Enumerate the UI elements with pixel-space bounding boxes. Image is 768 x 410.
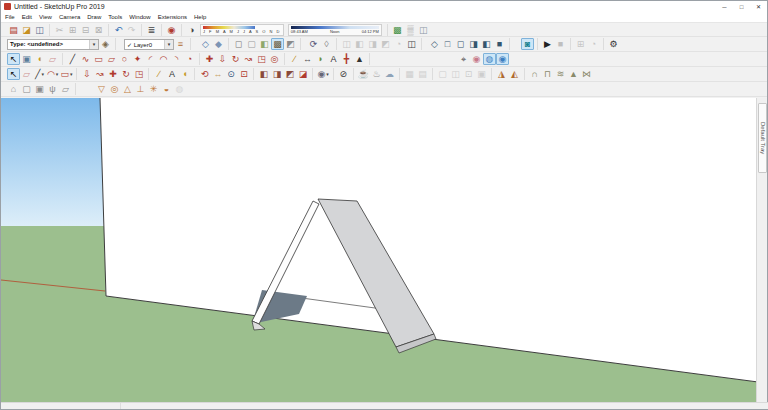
right-view-icon[interactable]: ◨ (467, 38, 480, 50)
add-location-icon[interactable]: ▩ (391, 24, 404, 36)
create-style-icon[interactable]: ◊ (320, 38, 333, 50)
dome-shape-icon[interactable]: ◒ (160, 83, 173, 95)
cone-shape-icon[interactable]: △ (121, 83, 134, 95)
circle-tool-icon[interactable]: ○ (118, 53, 131, 65)
publish-model-icon[interactable]: ◨ (270, 68, 283, 80)
extension-warehouse-icon[interactable]: ◪ (296, 68, 309, 80)
share-model-teapot-icon[interactable]: ♨ (370, 68, 383, 80)
shadow-date-slider[interactable]: J F M A M J J A S O N D (200, 24, 284, 36)
menu-item-help[interactable]: Help (194, 14, 206, 20)
back-edges-style-icon[interactable]: ◆ (212, 38, 225, 50)
burst-shape-icon[interactable]: ✳ (147, 83, 160, 95)
print-icon[interactable]: ≣ (145, 24, 158, 36)
minimize-button[interactable]: ─ (716, 1, 733, 12)
front-view-icon[interactable]: ◻ (454, 38, 467, 50)
menu-item-window[interactable]: Window (129, 14, 150, 20)
menu-item-draw[interactable]: Draw (87, 14, 101, 20)
tree-shape-icon[interactable]: ⊥ (134, 83, 147, 95)
cloud-icon[interactable]: ☁ (383, 68, 396, 80)
update-style-icon[interactable]: ⟳ (307, 38, 320, 50)
open-icon[interactable]: ◪ (20, 24, 33, 36)
close-button[interactable]: ✕ (750, 1, 767, 12)
drawing-canvas[interactable] (1, 98, 758, 404)
sandbox-from-contours-icon[interactable]: ◮ (495, 68, 508, 80)
menu-item-extensions[interactable]: Extensions (158, 14, 187, 20)
sandbox-from-scratch-icon[interactable]: ◭ (508, 68, 521, 80)
classifier-tag-icon[interactable]: ◈ (99, 38, 112, 50)
model-info-icon[interactable]: ◉ (165, 24, 178, 36)
menu-item-camera[interactable]: Camera (59, 14, 80, 20)
publish-component-icon[interactable]: ◩ (283, 68, 296, 80)
menu-item-view[interactable]: View (39, 14, 52, 20)
arc-tool-icon[interactable]: ◜ (144, 53, 157, 65)
line-tool-icon[interactable]: ╱ (66, 53, 79, 65)
torus-shape-icon[interactable]: ◎ (108, 83, 121, 95)
layer-dropdown-arrow-icon[interactable]: ▾ (164, 40, 173, 49)
move-icon-2[interactable]: ✚ (106, 68, 119, 80)
layer-dropdown[interactable]: ✓ Layer0▾ (124, 39, 174, 50)
get-models-icon[interactable]: ◧ (257, 68, 270, 80)
awning-icon[interactable]: ⌂ (7, 83, 20, 95)
back-view-icon[interactable]: ■ (493, 38, 506, 50)
lamp-shape-icon[interactable]: ▽ (95, 83, 108, 95)
text-tool-icon[interactable]: A (327, 53, 340, 65)
text-tool-icon-2[interactable]: A (165, 68, 178, 80)
layer-manager-icon[interactable]: ≡ (174, 38, 187, 50)
new-document-icon[interactable]: ▤ (7, 24, 20, 36)
iso-view-icon[interactable]: ◇ (428, 38, 441, 50)
protractor-tool-icon[interactable]: ◗ (314, 53, 327, 65)
maximize-button[interactable]: □ (733, 1, 750, 12)
crate-icon[interactable]: ▢ (20, 83, 33, 95)
shape-tools-dropdown-icon[interactable]: ▭▾ (59, 68, 73, 80)
save-icon[interactable]: ◫ (33, 24, 46, 36)
machine-box-icon[interactable]: ▣ (33, 83, 46, 95)
polygon-tool-icon[interactable]: ✦ (131, 53, 144, 65)
dimensions-tool-icon[interactable]: ↔ (301, 53, 314, 65)
drape-icon[interactable]: ≋ (554, 68, 567, 80)
shadows-toggle-icon[interactable]: ◑ (185, 24, 198, 36)
left-view-icon[interactable]: ◧ (480, 38, 493, 50)
select-tool-icon[interactable]: ↖ (7, 53, 20, 65)
select-tool-icon-2[interactable]: ↖ (7, 68, 20, 80)
look-around-icon[interactable]: ◉ (470, 53, 483, 65)
play-animation-icon[interactable]: ▶ (541, 38, 554, 50)
eraser-tool-icon-2[interactable]: ▱ (20, 68, 33, 80)
zoom-tool-icon[interactable]: ⊙ (224, 68, 237, 80)
shaded-style-icon[interactable]: ◧ (258, 38, 271, 50)
follow-me-tool-icon[interactable]: ↝ (242, 53, 255, 65)
plant-icon[interactable]: ψ (46, 83, 59, 95)
tape-measure-icon[interactable]: ∕ (288, 53, 301, 65)
section-tool-icon[interactable]: ◫ (405, 38, 418, 50)
components-dropdown-icon[interactable]: ◉▾ (316, 68, 329, 80)
offset-tool-icon[interactable]: ◎ (268, 53, 281, 65)
push-pull-tool-icon[interactable]: ⇩ (216, 53, 229, 65)
orbit-globe-icon[interactable]: ◉ (496, 53, 509, 65)
paint-bucket-icon-2[interactable]: ◖ (178, 68, 191, 80)
paint-bucket-icon[interactable]: ◖ (33, 53, 46, 65)
axes-tool-icon[interactable]: ╋ (340, 53, 353, 65)
scale-tool-icon[interactable]: ◳ (255, 53, 268, 65)
no-tool-icon[interactable]: ⊘ (337, 68, 350, 80)
rotated-rectangle-tool-icon[interactable]: ▱ (105, 53, 118, 65)
follow-me-icon-2[interactable]: ↝ (93, 68, 106, 80)
paper-sheet-icon[interactable]: ▱ (59, 83, 72, 95)
3d-text-tool-icon[interactable]: ▲ (353, 53, 366, 65)
push-pull-icon-2[interactable]: ⇩ (80, 68, 93, 80)
stamp-icon[interactable]: ⊓ (541, 68, 554, 80)
two-point-arc-tool-icon[interactable]: ◠ (157, 53, 170, 65)
classification-type-dropdown-arrow-icon[interactable]: ▾ (89, 40, 98, 49)
make-component-icon[interactable]: ▣ (20, 53, 33, 65)
menu-item-file[interactable]: File (5, 14, 15, 20)
arc-tools-dropdown-icon[interactable]: ◠▾ (46, 68, 59, 80)
three-point-arc-tool-icon[interactable]: ◝ (170, 53, 183, 65)
shaded-textures-style-icon[interactable]: ▩ (271, 38, 284, 50)
toggle-terrain-icon[interactable]: ▒ (404, 24, 417, 36)
xray-style-icon[interactable]: ◇ (199, 38, 212, 50)
pan-tool-icon[interactable]: ↔ (211, 68, 224, 80)
orbit-tool-icon[interactable]: ⟲ (198, 68, 211, 80)
zoom-extents-icon[interactable]: ⊡ (237, 68, 250, 80)
get-models-teapot-icon[interactable]: ☕ (357, 68, 370, 80)
scale-icon-2[interactable]: ◳ (132, 68, 145, 80)
photo-textures-icon[interactable]: ◫ (417, 24, 430, 36)
pie-tool-icon[interactable]: ◔ (183, 53, 196, 65)
